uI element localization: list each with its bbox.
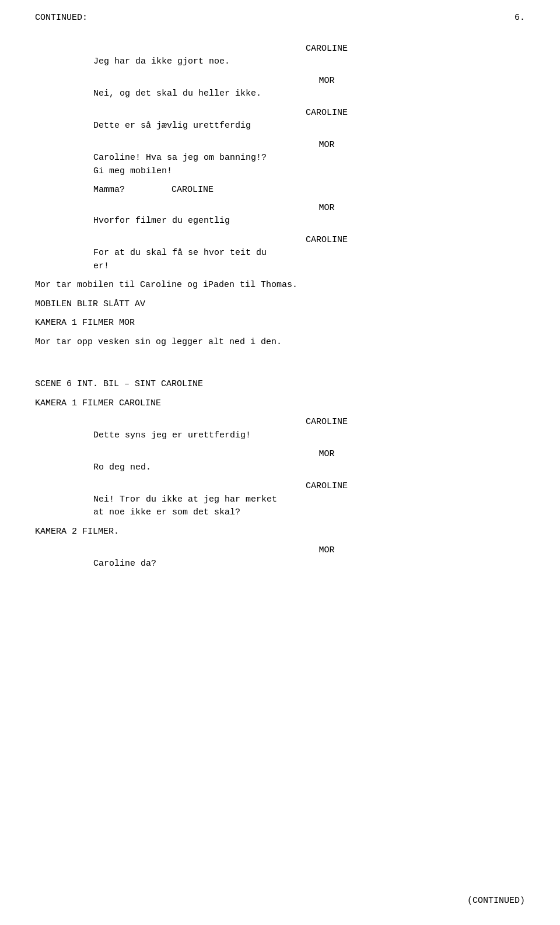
action-inline: Mamma? xyxy=(93,184,125,197)
character-name: CAROLINE xyxy=(128,234,525,247)
spacer xyxy=(35,355,525,366)
footer-continued: (CONTINUED) xyxy=(467,896,525,906)
action-text: KAMERA 1 FILMER MOR xyxy=(35,317,525,330)
page-number: 6. xyxy=(514,12,525,25)
action-block-2: MOBILEN BLIR SLÅTT AV xyxy=(35,298,525,311)
dialogue-text: Nei, og det skal du heller ikke. xyxy=(93,87,467,101)
character-name-inline: CAROLINE xyxy=(172,184,214,197)
block-6: MOR Hvorfor filmer du egentlig xyxy=(35,202,525,228)
block-9: MOR Ro deg ned. xyxy=(35,448,525,474)
action-block-5: KAMERA 1 FILMER CAROLINE xyxy=(35,397,525,411)
page-header: CONTINUED: 6. xyxy=(35,12,525,25)
block-2: MOR Nei, og det skal du heller ikke. xyxy=(35,75,525,101)
action-block-6: KAMERA 2 FILMER. xyxy=(35,525,525,539)
action-block-1: Mor tar mobilen til Caroline og iPaden t… xyxy=(35,279,525,292)
block-10: CAROLINE Nei! Tror du ikke at jeg har me… xyxy=(35,480,525,520)
dialogue-text: For at du skal få se hvor teit duer! xyxy=(93,247,467,273)
dialogue-text: Jeg har da ikke gjort noe. xyxy=(93,55,467,69)
character-name: CAROLINE xyxy=(128,107,525,120)
block-11: MOR Caroline da? xyxy=(35,544,525,570)
character-name: MOR xyxy=(128,448,525,461)
scene-heading: SCENE 6 INT. BIL – SINT CAROLINE xyxy=(35,378,525,391)
dialogue-text: Nei! Tror du ikke at jeg har merketat no… xyxy=(93,493,467,520)
dialogue-text: Dette syns jeg er urettferdig! xyxy=(93,429,467,443)
dialogue-text: Caroline! Hva sa jeg om banning!?Gi meg … xyxy=(93,152,467,178)
action-block-3: KAMERA 1 FILMER MOR xyxy=(35,317,525,330)
block-4: MOR Caroline! Hva sa jeg om banning!?Gi … xyxy=(35,139,525,178)
character-name: MOR xyxy=(128,202,525,215)
block-1: CAROLINE Jeg har da ikke gjort noe. xyxy=(35,43,525,69)
action-text: KAMERA 2 FILMER. xyxy=(35,525,525,539)
character-name: MOR xyxy=(128,139,525,152)
character-name: MOR xyxy=(128,544,525,558)
dialogue-text: Ro deg ned. xyxy=(93,461,467,475)
scene-heading-block: SCENE 6 INT. BIL – SINT CAROLINE xyxy=(35,378,525,391)
dialogue-text: Hvorfor filmer du egentlig xyxy=(93,215,467,228)
block-8: CAROLINE Dette syns jeg er urettferdig! xyxy=(35,416,525,442)
block-7: CAROLINE For at du skal få se hvor teit … xyxy=(35,234,525,274)
character-name: CAROLINE xyxy=(128,416,525,429)
character-name: CAROLINE xyxy=(128,43,525,56)
page: CONTINUED: 6. CAROLINE Jeg har da ikke g… xyxy=(0,0,560,925)
character-name: MOR xyxy=(128,75,525,88)
action-text: Mor tar mobilen til Caroline og iPaden t… xyxy=(35,279,525,292)
script-body: CAROLINE Jeg har da ikke gjort noe. MOR … xyxy=(35,43,525,571)
header-continued: CONTINUED: xyxy=(35,12,88,25)
block-5: Mamma? CAROLINE xyxy=(35,184,525,197)
character-name: CAROLINE xyxy=(128,480,525,493)
dialogue-text: Caroline da? xyxy=(93,558,467,571)
page-footer: (CONTINUED) xyxy=(467,895,525,908)
action-text: Mor tar opp vesken sin og legger alt ned… xyxy=(35,336,525,349)
dialogue-text: Dette er så jævlig urettferdig xyxy=(93,120,467,133)
action-text: MOBILEN BLIR SLÅTT AV xyxy=(35,298,525,311)
action-block-4: Mor tar opp vesken sin og legger alt ned… xyxy=(35,336,525,349)
block-3: CAROLINE Dette er så jævlig urettferdig xyxy=(35,107,525,133)
action-text: KAMERA 1 FILMER CAROLINE xyxy=(35,397,525,411)
